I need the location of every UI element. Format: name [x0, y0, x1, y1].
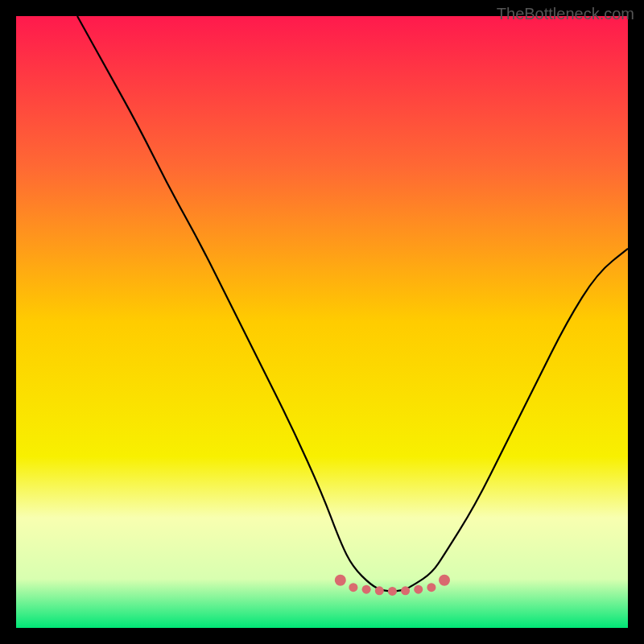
- chart-frame: [16, 16, 628, 628]
- chart-background: [16, 16, 628, 628]
- marker-dot: [335, 575, 346, 586]
- marker-dot: [414, 585, 423, 594]
- marker-dot: [388, 587, 397, 596]
- marker-dot: [439, 575, 450, 586]
- chart-svg: [16, 16, 628, 628]
- marker-dot: [427, 583, 436, 592]
- marker-dot: [401, 586, 410, 595]
- watermark-text: TheBottleneck.com: [497, 5, 634, 23]
- marker-dot: [375, 586, 384, 595]
- marker-dot: [349, 583, 357, 592]
- marker-dot: [362, 585, 371, 594]
